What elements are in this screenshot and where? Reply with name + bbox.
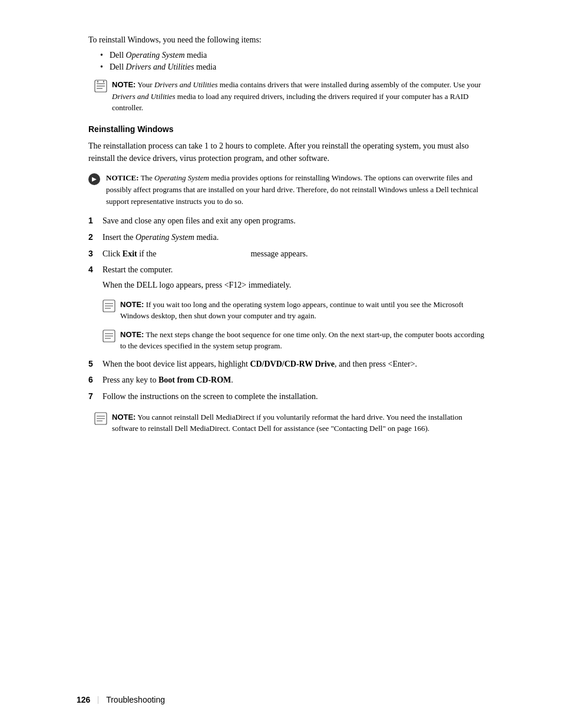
note-text-4b-body: The next steps change the boot sequence … [120,330,484,351]
notice-text-1: The [139,173,154,182]
step-3-if: if the [137,249,157,258]
step-5-after: , and then press <Enter>. [335,360,417,368]
list-item: Dell Operating System media [100,51,485,60]
section-heading-reinstalling: Reinstalling Windows [88,124,485,134]
step-5-bold: CD/DVD/CD-RW Drive [250,360,335,368]
notice-box: ► NOTICE: The Operating System media pro… [88,172,485,207]
notice-text: NOTICE: The Operating System media provi… [106,172,485,207]
note-text-final: NOTE: You cannot reinstall Dell MediaDir… [112,411,485,434]
step-5-content: When the boot device list appears, highl… [103,358,485,371]
step-6-after: . [231,375,233,384]
notice-italic: Operating System [154,173,209,182]
note-italic-1: Drivers and Utilities [154,80,218,89]
note-icon-final [94,412,107,425]
bullet-text-2-italic: Drivers and Utilities [126,62,194,71]
notice-label: NOTICE: [106,173,139,182]
footer-separator: | [97,695,99,704]
step-5-num: 5 [88,358,103,371]
step-4-num: 4 [88,263,103,276]
intro-text: To reinstall Windows, you need the follo… [88,35,485,45]
page: To reinstall Windows, you need the follo… [0,0,562,728]
step-2-italic: Operating System [135,233,194,242]
step-3-exit: Exit [123,249,137,258]
note-box-final: NOTE: You cannot reinstall Dell MediaDir… [88,411,485,434]
step-6-before: Press any key to [103,375,158,384]
step-2: 2 Insert the Operating System media. [88,231,485,244]
note-label-4b: NOTE: [120,330,144,339]
step-7-content: Follow the instructions on the screen to… [103,390,485,403]
bullet-text-2-plain: Dell [110,62,126,71]
note-box-1: NOTE: Your Drivers and Utilities media c… [88,79,485,114]
note-text-4b: NOTE: The next steps change the boot seq… [120,329,485,352]
step-3: 3 Click Exit if themessage appears. [88,248,485,261]
step-3-num: 3 [88,248,103,261]
step-6: 6 Press any key to Boot from CD-ROM. [88,374,485,387]
note-icon-4b [103,330,115,342]
step-6-content: Press any key to Boot from CD-ROM. [103,374,485,387]
note-italic-1b: Drivers and Utilities [112,92,176,101]
step-6-bold: Boot from CD-ROM [158,375,231,384]
note-label-4a: NOTE: [120,300,144,309]
note-text-final-body: You cannot reinstall Dell MediaDirect if… [112,413,462,433]
step-4-sub-text: When the DELL logo appears, press <F12> … [103,279,485,292]
circle-notice-icon: ► [88,173,100,185]
step-2-plain: Insert the [103,233,135,242]
step-4-content: Restart the computer. When the DELL logo… [103,263,485,354]
footer-section-label: Troubleshooting [106,695,165,704]
note-icon-1 [94,80,107,93]
step-4: 4 Restart the computer. When the DELL lo… [88,263,485,354]
note-text-1a: Your [135,80,154,89]
bullet-text-2-after: media [194,62,217,71]
step-3-content: Click Exit if themessage appears. [103,248,485,261]
step-4-text: Restart the computer. [103,265,173,274]
step-2-content: Insert the Operating System media. [103,231,485,244]
step-1-num: 1 [88,215,103,228]
step-1: 1 Save and close any open files and exit… [88,215,485,228]
note-label-1: NOTE: [112,80,135,89]
note-box-4b: NOTE: The next steps change the boot seq… [103,329,485,352]
list-item: Dell Drivers and Utilities media [100,62,485,72]
body-para: The reinstallation process can take 1 to… [88,140,485,165]
step-1-text: Save and close any open files and exit a… [103,216,296,225]
step-3-gap [156,248,250,256]
step-1-content: Save and close any open files and exit a… [103,215,485,228]
step-3-click: Click [103,249,123,258]
step-7: 7 Follow the instructions on the screen … [88,390,485,403]
notice-icon: ► [88,173,101,186]
step-2-num: 2 [88,231,103,244]
step-2-after: media. [194,233,219,242]
step-5: 5 When the boot device list appears, hig… [88,358,485,371]
step-7-text: Follow the instructions on the screen to… [103,392,318,401]
note-text-1: NOTE: Your Drivers and Utilities media c… [112,79,485,114]
bullet-text-1-italic: Operating System [126,51,185,60]
bullet-text-1-after: media [185,51,207,60]
note-box-4a: NOTE: If you wait too long and the opera… [103,299,485,322]
note-icon-4a [103,299,115,312]
note-label-final: NOTE: [112,413,135,421]
footer: 126 | Troubleshooting [0,695,562,704]
note-text-1b: media contains drivers that were install… [218,80,481,89]
bullet-text-1-plain: Dell [110,51,126,60]
step-5-before: When the boot device list appears, highl… [103,360,250,368]
numbered-steps: 1 Save and close any open files and exit… [88,215,485,403]
step-4-sub: When the DELL logo appears, press <F12> … [103,279,485,352]
note-text-4a-body: If you wait too long and the operating s… [120,300,464,321]
note-text-4a: NOTE: If you wait too long and the opera… [120,299,485,322]
footer-page-num: 126 [77,695,90,704]
step-3-after: message appears. [250,249,308,258]
step-6-num: 6 [88,374,103,387]
bullet-list: Dell Operating System media Dell Drivers… [100,51,485,72]
step-7-num: 7 [88,390,103,403]
